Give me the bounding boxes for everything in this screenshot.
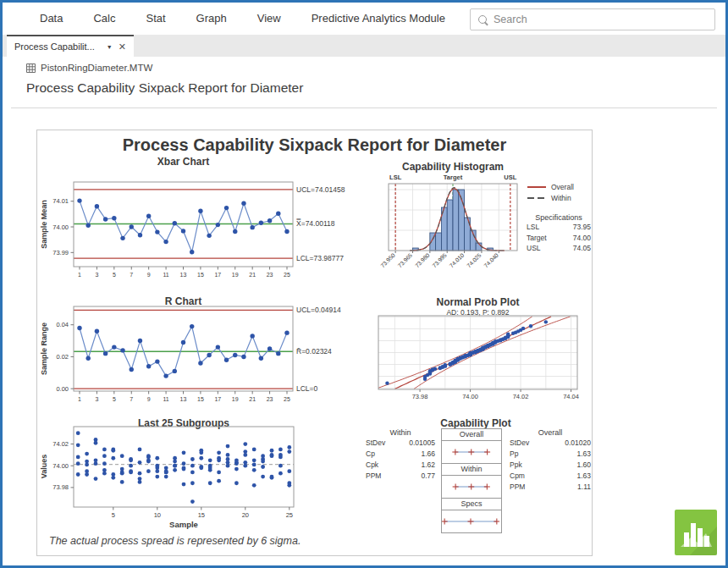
y-tick-label: 74.00 [52, 462, 69, 470]
data-point [138, 477, 142, 481]
data-point [252, 463, 256, 467]
menu-item-graph[interactable]: Graph [196, 12, 227, 25]
data-point [287, 445, 291, 449]
data-point [521, 327, 525, 330]
limit-annotation: UCL=74.01458 [296, 185, 345, 194]
spec-value: 74.05 [573, 243, 591, 254]
y-tick-label: 74.01 [52, 197, 69, 205]
stats-row: Ppk1.60 [510, 460, 591, 471]
data-point [233, 229, 237, 234]
data-point [241, 201, 245, 205]
legend-item: Overall [527, 181, 591, 192]
data-point [76, 461, 80, 466]
legend-label: Overall [551, 183, 574, 191]
data-point [120, 454, 124, 458]
data-point [76, 472, 80, 477]
capability-interval-area [442, 476, 501, 499]
x-tick-label: 17 [214, 272, 221, 278]
x-tick-label: 20 [242, 511, 249, 519]
menu-item-view[interactable]: View [257, 12, 281, 25]
x-tick-label: 11 [163, 396, 168, 402]
menu-item-data[interactable]: Data [40, 12, 63, 25]
search-box[interactable] [470, 8, 715, 30]
minitab-logo-icon[interactable] [675, 510, 717, 555]
tab-label: Process Capabilit... [7, 41, 105, 52]
tab-process-capability[interactable]: Process Capabilit... ▼ ✕ [7, 35, 134, 57]
stat-label: StDev [366, 438, 385, 449]
data-point [182, 450, 186, 455]
data-point [287, 469, 291, 473]
menu-bar: DataCalcStatGraphViewPredictive Analytic… [3, 3, 725, 35]
menu-item-stat[interactable]: Stat [146, 12, 165, 25]
stats-row: PPM0.77 [366, 471, 435, 482]
stats-row: StDev0.01005 [366, 438, 435, 449]
data-point [216, 223, 220, 227]
data-point [226, 453, 230, 457]
capability-interval-area [442, 510, 501, 532]
data-point [208, 458, 212, 462]
x-tick-label: 74.010 [449, 252, 466, 269]
data-point [130, 367, 134, 372]
data-point [243, 449, 247, 454]
legend-item: Within [527, 192, 591, 203]
normal-prob-plot: 73.9874.0074.0274.04 [372, 314, 592, 404]
data-point [529, 324, 532, 328]
data-point [138, 460, 142, 465]
data-point [138, 233, 142, 237]
x-tick-label: 21 [249, 272, 256, 278]
data-point [226, 444, 230, 449]
search-icon [478, 15, 487, 24]
x-tick-label: 74.040 [483, 252, 499, 269]
data-point [259, 220, 263, 224]
capability-plot-title: Capability Plot [401, 417, 550, 429]
x-tick-label: 15 [197, 272, 204, 278]
menu-item-predictive-analytics-module[interactable]: Predictive Analytics Module [312, 12, 445, 25]
stat-value: 1.60 [576, 460, 591, 471]
data-point [233, 353, 237, 357]
data-point [199, 449, 203, 453]
data-point [284, 229, 289, 234]
data-point [279, 453, 283, 457]
data-point [252, 458, 256, 462]
data-point [252, 448, 256, 452]
data-point [234, 458, 239, 462]
data-point [544, 320, 548, 323]
data-point [243, 442, 247, 446]
data-point [146, 214, 151, 218]
data-point [190, 481, 195, 485]
close-icon[interactable]: ✕ [119, 41, 134, 52]
data-point [173, 369, 177, 373]
stats-row: PPM1.11 [510, 482, 591, 493]
legend-line-sample [527, 196, 547, 200]
data-point [76, 455, 80, 460]
x-tick-label: 15 [197, 396, 204, 402]
y-tick-label: 0.02 [56, 353, 69, 361]
chevron-down-icon[interactable]: ▼ [105, 44, 119, 50]
data-point [284, 330, 289, 334]
menu-item-calc[interactable]: Calc [93, 12, 115, 25]
y-axis-label: Sample Range [40, 323, 48, 375]
stats-row: Pp1.63 [510, 449, 591, 460]
data-point [259, 356, 263, 361]
data-point [86, 223, 91, 228]
data-point [129, 458, 133, 462]
data-point [94, 477, 98, 481]
data-point [155, 464, 159, 468]
stat-label: PPM [366, 471, 381, 482]
stat-value: 1.63 [576, 471, 591, 482]
stats-row: Cpk1.62 [366, 460, 435, 471]
search-input[interactable] [487, 13, 714, 26]
data-point [182, 483, 186, 487]
y-axis-label: Values [40, 455, 48, 479]
data-point [102, 454, 107, 458]
data-point [138, 448, 142, 452]
data-point [270, 449, 274, 453]
data-point [77, 326, 81, 330]
page-heading: Process Capability Sixpack Report for Di… [26, 80, 303, 96]
data-point [234, 467, 239, 471]
data-point [112, 216, 116, 220]
stat-label: Cpk [366, 460, 378, 471]
data-point [234, 481, 239, 485]
worksheet-row[interactable]: PistonRingDiameter.MTW [26, 63, 152, 73]
data-point [243, 460, 247, 465]
